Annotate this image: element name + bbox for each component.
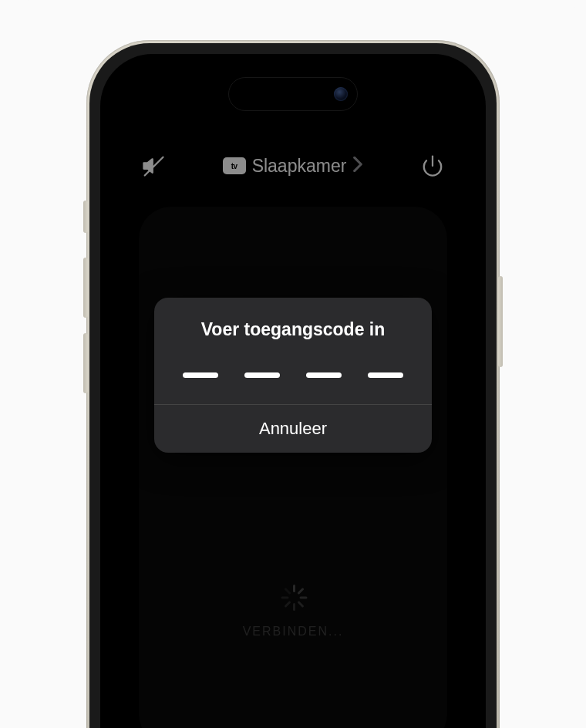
- dialog-body: Voer toegangscode in: [154, 298, 432, 404]
- phone-volume-up-button: [83, 258, 88, 318]
- screen: VERBINDEN... tv: [116, 69, 470, 728]
- dialog-title: Voer toegangscode in: [201, 319, 386, 340]
- remote-touch-surface[interactable]: VERBINDEN...: [139, 207, 447, 728]
- phone-bezel: VERBINDEN... tv: [100, 54, 486, 728]
- passcode-slot: [183, 372, 218, 378]
- front-camera: [334, 87, 348, 101]
- phone-side-button: [83, 201, 88, 233]
- phone-volume-down-button: [83, 333, 88, 393]
- phone-hardware-frame: VERBINDEN... tv: [86, 40, 500, 728]
- device-selector[interactable]: tv Slaapkamer: [223, 156, 364, 177]
- device-name: Slaapkamer: [252, 156, 347, 177]
- power-button[interactable]: [421, 154, 444, 177]
- passcode-slot: [306, 372, 342, 378]
- passcode-slot: [368, 372, 403, 378]
- mute-icon: [142, 154, 165, 177]
- loading-spinner-icon: [280, 585, 306, 611]
- passcode-dialog: Voer toegangscode in Annuleer: [154, 298, 432, 453]
- apple-tv-badge-text: tv: [231, 162, 237, 170]
- passcode-input[interactable]: [183, 372, 403, 378]
- top-bar: tv Slaapkamer: [116, 147, 470, 185]
- phone-frame-inner: VERBINDEN... tv: [89, 43, 497, 728]
- phone-power-button: [498, 276, 503, 367]
- mute-button[interactable]: [142, 154, 165, 177]
- passcode-slot: [244, 372, 280, 378]
- status-text: VERBINDEN...: [243, 625, 344, 639]
- chevron-right-icon: [352, 157, 363, 175]
- apple-tv-badge-icon: tv: [223, 157, 246, 174]
- dynamic-island: [228, 77, 358, 111]
- screenshot-canvas: VERBINDEN... tv: [0, 0, 586, 728]
- status-row: VERBINDEN...: [139, 585, 447, 639]
- cancel-button[interactable]: Annuleer: [154, 405, 432, 453]
- power-icon: [421, 154, 444, 177]
